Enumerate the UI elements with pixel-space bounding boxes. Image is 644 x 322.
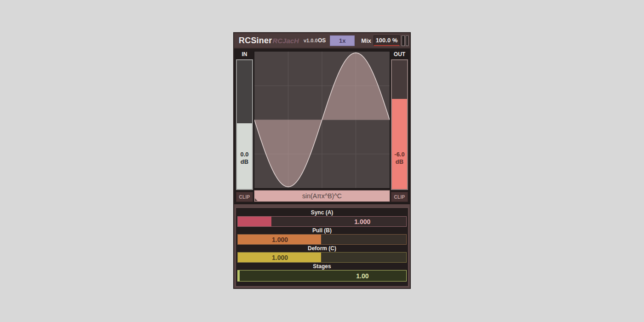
- pull-value: 1.000: [272, 236, 288, 243]
- sync-slider-fill: [238, 217, 271, 226]
- output-meter-label: OUT: [391, 49, 408, 59]
- pull-param-label: Pull (B): [237, 227, 407, 234]
- main-display-section: IN 0.0 dB CLIP: [234, 49, 410, 204]
- stages-slider[interactable]: 1.00: [237, 270, 407, 282]
- formula-selector[interactable]: sin(Aπx^B)^C: [254, 190, 390, 202]
- plugin-version: v1.0.0: [304, 38, 318, 43]
- frame-gap: [234, 204, 410, 207]
- output-meter-fill: [392, 99, 407, 189]
- deform-slider[interactable]: 1.000: [237, 252, 407, 263]
- stages-value: 1.00: [356, 272, 368, 280]
- vertical-bars-icon[interactable]: [402, 35, 408, 46]
- mix-label: Mix: [361, 37, 371, 44]
- plugin-window: RCSiner RCJacH v1.0.0 OS 1x Mix 100.0 % …: [233, 32, 411, 289]
- oversampling-button[interactable]: 1x: [330, 35, 355, 46]
- waveform-svg: [254, 52, 390, 188]
- deform-param-label: Deform (C): [237, 245, 407, 252]
- input-clip-indicator[interactable]: CLIP: [236, 192, 253, 202]
- mix-value-field[interactable]: 100.0 %: [374, 35, 400, 46]
- parameters-panel: Sync (A) 1.000 Pull (B) 1.000 Deform (C)…: [236, 207, 408, 287]
- plugin-author: RCJacH: [272, 37, 299, 45]
- plugin-title: RCSiner: [239, 36, 272, 46]
- sync-slider[interactable]: 1.000: [237, 216, 407, 227]
- formula-text: sin(Aπx^B)^C: [302, 192, 342, 200]
- sync-param-label: Sync (A): [237, 209, 407, 216]
- output-meter-column: OUT -6.0 dB CLIP: [391, 49, 408, 202]
- title-bar: RCSiner RCJacH v1.0.0 OS 1x Mix 100.0 %: [234, 33, 410, 49]
- oversampling-label: OS: [318, 37, 326, 44]
- stages-param-label: Stages: [237, 263, 407, 270]
- output-level-meter[interactable]: -6.0 dB: [391, 59, 408, 190]
- waveshaper-display[interactable]: [254, 51, 390, 189]
- dropdown-corner-icon: [255, 198, 258, 201]
- output-clip-indicator[interactable]: CLIP: [391, 192, 408, 202]
- pull-slider[interactable]: 1.000: [237, 234, 407, 245]
- input-level-meter[interactable]: 0.0 dB: [236, 59, 253, 190]
- deform-value: 1.000: [272, 254, 288, 261]
- stages-slider-fill: [238, 270, 240, 281]
- output-gain-readout: -6.0 dB: [392, 151, 407, 166]
- input-gain-readout: 0.0 dB: [237, 151, 252, 166]
- input-meter-label: IN: [236, 49, 253, 59]
- sync-value: 1.000: [354, 218, 370, 225]
- input-meter-column: IN 0.0 dB CLIP: [236, 49, 253, 202]
- waveform-column: sin(Aπx^B)^C: [254, 49, 390, 202]
